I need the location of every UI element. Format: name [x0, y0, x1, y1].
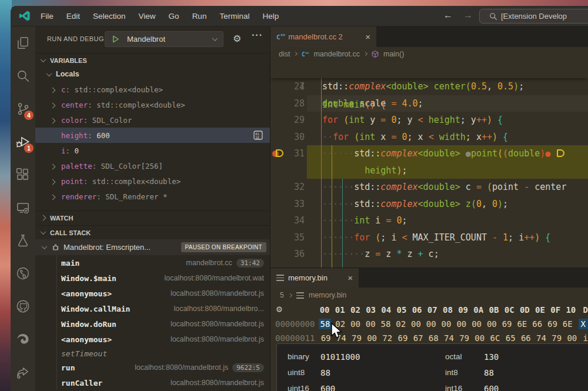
- source-control-icon[interactable]: 4: [11, 92, 35, 125]
- hex-byte[interactable]: 00: [366, 333, 381, 343]
- variable-row[interactable]: i: 0: [35, 143, 270, 158]
- edge-browser-icon[interactable]: [11, 323, 35, 356]
- call-stack-section-header[interactable]: CALL STACK: [35, 225, 270, 239]
- files-icon[interactable]: [11, 26, 35, 59]
- hex-byte[interactable]: 66: [520, 333, 535, 343]
- hex-byte[interactable]: 67: [412, 333, 427, 343]
- inline-paused-arrow-icon[interactable]: [557, 149, 564, 157]
- breadcrumb-item[interactable]: main(): [383, 50, 404, 58]
- hex-byte[interactable]: 74: [443, 333, 458, 343]
- breakpoint-paused-icon[interactable]: [272, 149, 285, 158]
- nav-forward-icon[interactable]: →: [461, 10, 475, 21]
- watch-section-header[interactable]: WATCH: [35, 210, 270, 225]
- tab-mandelbrot-cc[interactable]: C++ mandelbrot.cc 2 ×: [270, 26, 376, 47]
- code-line[interactable]: 31······std::complex<double> ●point((dou…: [270, 145, 588, 162]
- remote-explorer-icon[interactable]: [11, 191, 35, 224]
- hex-byte[interactable]: 69: [546, 319, 562, 329]
- hex-byte[interactable]: 00: [470, 319, 486, 329]
- stack-frame-row[interactable]: runlocalhost:8080/mandelbrot.js9622:5: [35, 360, 270, 375]
- variable-row[interactable]: renderer: SDL_Renderer *: [35, 189, 270, 204]
- hex-byte[interactable]: 79: [350, 333, 366, 343]
- code-line[interactable]: height);: [270, 162, 588, 179]
- github-icon[interactable]: [11, 290, 35, 323]
- hex-data-row[interactable]: 00000000580200005802000000000000696E6669…: [270, 317, 588, 331]
- close-icon[interactable]: ×: [348, 273, 353, 283]
- menu-go[interactable]: Go: [162, 9, 186, 23]
- code-line[interactable]: 27std::complex<double> center(0.5, 0.5);: [270, 78, 588, 95]
- menu-run[interactable]: Run: [186, 9, 213, 23]
- code-editor[interactable]: 27std::complex<double> center(0.5, 0.5);…: [270, 78, 588, 268]
- stack-frame-row[interactable]: runCallerlocalhost:8080/mandelbrot.js: [35, 375, 270, 390]
- breadcrumb-item[interactable]: memory.bin: [309, 291, 346, 299]
- network-circle-icon[interactable]: [11, 257, 35, 290]
- hex-byte[interactable]: 74: [535, 333, 550, 343]
- variable-row[interactable]: palette: SDL_Color[256]: [35, 158, 270, 173]
- variable-row[interactable]: c: std::complex<double>: [35, 82, 270, 97]
- hex-byte[interactable]: 69: [501, 319, 516, 329]
- hex-byte[interactable]: 79: [550, 333, 566, 343]
- hex-byte[interactable]: 79: [458, 333, 473, 343]
- stack-frame-row[interactable]: Window.doRunlocalhost:8080/mandelbrot.js: [35, 316, 270, 332]
- testing-icon[interactable]: [11, 224, 35, 257]
- breadcrumb-item[interactable]: 5: [280, 291, 284, 299]
- breadcrumb-item[interactable]: mandelbrot.cc: [313, 50, 360, 58]
- extensions-icon[interactable]: [11, 158, 35, 191]
- hex-byte[interactable]: 6C: [489, 333, 505, 343]
- code-line[interactable]: 30··for (int x = 0; x < width; x++) {: [270, 129, 588, 146]
- hex-byte[interactable]: 00: [410, 319, 425, 329]
- hex-byte[interactable]: 00: [473, 333, 489, 343]
- hex-byte[interactable]: 65: [505, 333, 520, 343]
- hex-byte[interactable]: 00: [425, 319, 440, 329]
- stack-frame-row[interactable]: <anonymous>localhost:8080/mandelbrot.js: [35, 286, 270, 301]
- hex-byte[interactable]: 00: [455, 319, 470, 329]
- hex-byte[interactable]: 6E: [516, 319, 531, 329]
- launch-config-dropdown[interactable]: Mandelbrot: [105, 31, 223, 47]
- command-center-search[interactable]: [Extension Develop: [479, 9, 588, 24]
- gear-icon[interactable]: ⚙: [233, 33, 241, 44]
- menu-help[interactable]: Help: [256, 9, 285, 23]
- stack-frame-row[interactable]: <anonymous>localhost:8080/mandelbrot.js: [35, 332, 270, 347]
- hex-byte[interactable]: 02: [395, 319, 410, 329]
- locals-scope-row[interactable]: Locals: [35, 66, 270, 82]
- code-line[interactable]: 33······std::complex<double> z(0, 0);: [270, 196, 588, 213]
- menu-view[interactable]: View: [132, 9, 162, 23]
- close-icon[interactable]: ×: [365, 32, 370, 42]
- stack-frame-row[interactable]: Window.$mainlocalhost:8080/mandelbrot.wa…: [35, 270, 270, 286]
- nav-back-icon[interactable]: ←: [441, 10, 455, 21]
- stack-frame-row[interactable]: setTimeout: [35, 347, 270, 360]
- sticky-scroll-line[interactable]: 4 int main() {: [270, 61, 588, 78]
- variables-section-header[interactable]: VARIABLES: [35, 53, 270, 67]
- hex-byte[interactable]: 00: [365, 319, 380, 329]
- code-line[interactable]: 35······for (; i < MAX_ITER_COUNT - 1; i…: [270, 229, 588, 246]
- hex-byte[interactable]: 68: [427, 333, 443, 343]
- variable-row[interactable]: center: std::complex<double>: [35, 97, 270, 112]
- run-and-debug-icon[interactable]: 1: [11, 125, 35, 158]
- code-line[interactable]: 29for (int y = 0; y < height; y++) {: [270, 112, 588, 129]
- hex-byte[interactable]: 58: [380, 319, 395, 329]
- binary-edit-icon[interactable]: 0110: [253, 131, 264, 140]
- code-line[interactable]: 34······int i = 0;: [270, 212, 588, 229]
- hex-byte[interactable]: 72: [381, 333, 396, 343]
- variable-row[interactable]: color: SDL_Color: [35, 112, 270, 128]
- stack-frame-row[interactable]: Window.callMainlocalhost:8080/mandelbro.…: [35, 301, 270, 316]
- hex-byte[interactable]: 00: [440, 319, 456, 329]
- debug-session-row[interactable]: Mandelbrot: Emscripten... PAUSED ON BREA…: [35, 239, 270, 255]
- code-line[interactable]: 28double scale = 4.0;: [270, 95, 588, 112]
- code-line[interactable]: 32······std::complex<double> c = (point …: [270, 179, 588, 196]
- menu-selection[interactable]: Selection: [86, 9, 132, 23]
- hex-byte[interactable]: 6E: [562, 319, 577, 329]
- variable-row[interactable]: point: std::complex<double>: [35, 173, 270, 189]
- search-icon[interactable]: [11, 59, 35, 92]
- hex-byte[interactable]: 00: [349, 319, 365, 329]
- breadcrumb-item[interactable]: dist: [279, 50, 290, 58]
- tab-memory-bin[interactable]: memory.bin ×: [270, 268, 359, 288]
- menu-terminal[interactable]: Terminal: [213, 9, 256, 23]
- hex-byte[interactable]: 69: [397, 333, 412, 343]
- hex-byte[interactable]: 00: [566, 333, 581, 343]
- code-line[interactable]: 36········z = z * z + c;: [270, 246, 588, 263]
- hex-byte[interactable]: 00: [486, 319, 501, 329]
- hex-byte[interactable]: 66: [531, 319, 546, 329]
- stack-frame-row[interactable]: mainmandelbrot.cc31:42: [35, 255, 270, 270]
- more-actions-icon[interactable]: ···: [252, 30, 263, 41]
- menu-edit[interactable]: Edit: [60, 9, 86, 23]
